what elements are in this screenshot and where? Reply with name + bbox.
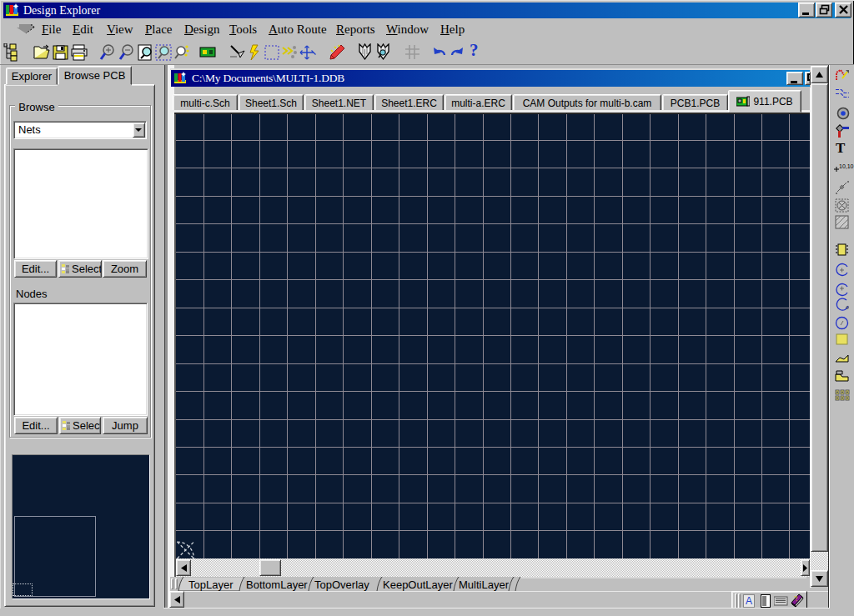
svg-text:TopOverlay: TopOverlay [314,578,369,591]
svg-text:10,10: 10,10 [839,163,854,169]
svg-text:KeepOutLayer: KeepOutLayer [383,578,454,591]
svg-text:MultiLayer: MultiLayer [459,578,510,591]
svg-text:BottomLayer: BottomLayer [246,578,308,591]
svg-text:TopLayer: TopLayer [188,578,234,591]
